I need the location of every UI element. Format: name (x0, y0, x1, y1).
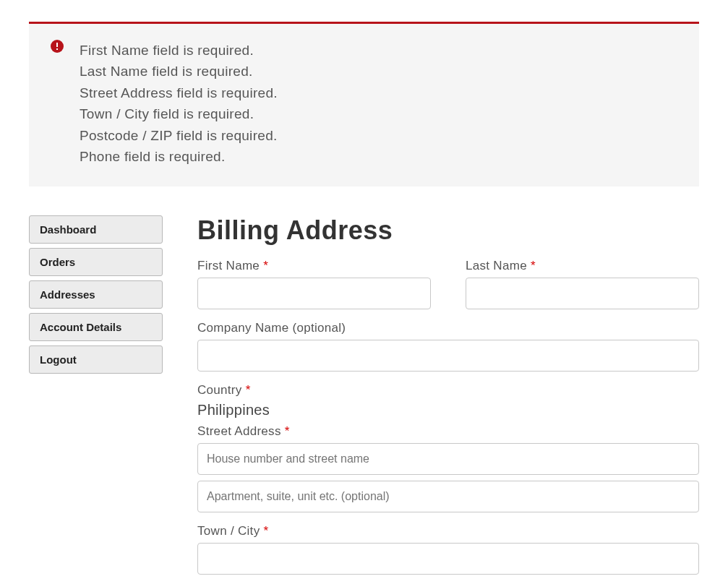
city-label: Town / City * (197, 524, 699, 538)
street-address-1-input[interactable] (197, 443, 699, 475)
last-name-label: Last Name * (466, 259, 699, 273)
sidebar-item-logout[interactable]: Logout (29, 345, 163, 374)
country-label: Country * (197, 383, 699, 398)
alert-message: Town / City field is required. (80, 103, 677, 124)
required-marker: * (285, 424, 290, 438)
required-marker: * (531, 259, 536, 272)
street-address-2-input[interactable] (197, 481, 699, 512)
street-field-group: Street Address * (197, 424, 699, 512)
required-marker: * (263, 259, 268, 272)
first-name-field-group: First Name * (197, 259, 431, 309)
city-field-group: Town / City * (197, 524, 699, 575)
account-sidebar: Dashboard Orders Addresses Account Detai… (29, 215, 163, 584)
company-input[interactable] (197, 340, 699, 372)
sidebar-item-dashboard[interactable]: Dashboard (29, 215, 163, 244)
first-name-input[interactable] (197, 278, 431, 309)
main-content: Billing Address First Name * Last Name *… (197, 215, 699, 584)
svg-rect-1 (56, 43, 58, 47)
error-icon (51, 40, 64, 53)
validation-alert: First Name field is required. Last Name … (29, 22, 699, 186)
alert-message: First Name field is required. (80, 40, 677, 61)
street-label: Street Address * (197, 424, 699, 439)
sidebar-item-orders[interactable]: Orders (29, 248, 163, 276)
country-field-group: Country * Philippines (197, 383, 699, 418)
alert-message: Street Address field is required. (80, 82, 677, 103)
company-label: Company Name (optional) (197, 321, 699, 335)
sidebar-item-addresses[interactable]: Addresses (29, 280, 163, 309)
country-value: Philippines (197, 402, 699, 418)
alert-message: Phone field is required. (80, 146, 677, 167)
page-title: Billing Address (197, 215, 699, 246)
last-name-field-group: Last Name * (466, 259, 699, 309)
city-input[interactable] (197, 543, 699, 575)
required-marker: * (246, 383, 251, 397)
svg-rect-2 (56, 48, 58, 50)
company-field-group: Company Name (optional) (197, 321, 699, 372)
sidebar-item-account-details[interactable]: Account Details (29, 313, 163, 341)
required-marker: * (263, 524, 268, 538)
alert-message: Postcode / ZIP field is required. (80, 125, 677, 146)
first-name-label: First Name * (197, 259, 431, 273)
alert-message: Last Name field is required. (80, 61, 677, 82)
last-name-input[interactable] (466, 278, 699, 309)
